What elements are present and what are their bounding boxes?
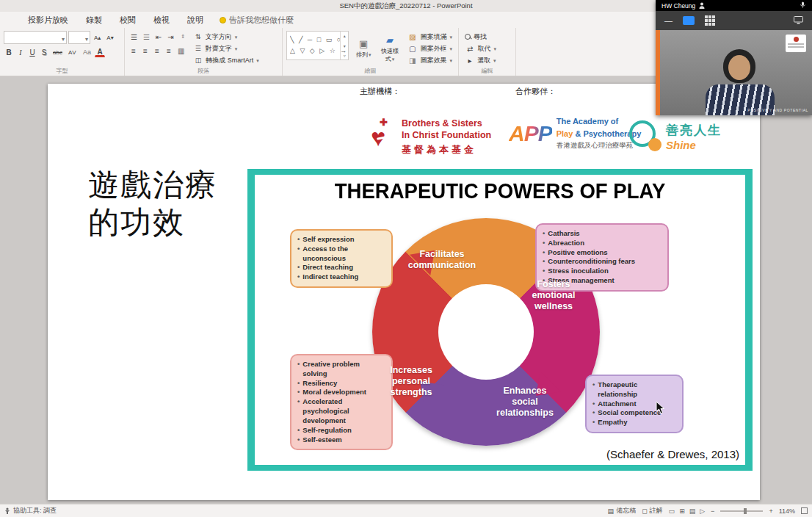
ribbon-tab[interactable]: 錄製 bbox=[77, 12, 111, 28]
normal-view-icon[interactable]: ▭ bbox=[669, 507, 675, 515]
shape-outline-icon bbox=[407, 43, 418, 54]
shape-outline-button[interactable]: 圖案外框 bbox=[405, 43, 454, 54]
zoom-out-button[interactable]: − bbox=[711, 507, 714, 515]
participant-name: HW Cheung bbox=[661, 2, 695, 10]
align-text-button[interactable]: 對齊文字 bbox=[191, 43, 261, 54]
video-call-overlay[interactable]: HW Cheung — POSITIVITY AND POTENTIAL bbox=[656, 0, 812, 115]
character-spacing-icon[interactable] bbox=[66, 46, 79, 58]
zoom-slider-thumb[interactable] bbox=[744, 508, 747, 514]
gallery-view-icon[interactable] bbox=[705, 15, 715, 26]
reading-view-icon[interactable]: ▤ bbox=[689, 507, 696, 515]
slideshow-view-icon[interactable]: ▷ bbox=[700, 507, 705, 515]
decrease-indent-icon[interactable] bbox=[153, 31, 164, 43]
shape-effects-icon bbox=[407, 54, 418, 66]
change-case-icon[interactable] bbox=[80, 46, 93, 58]
accessibility-status[interactable]: 協助工具: 調查 bbox=[13, 506, 57, 516]
participant-icon bbox=[699, 2, 705, 9]
replace-button[interactable]: 取代 bbox=[463, 43, 512, 54]
line-spacing-icon[interactable] bbox=[178, 31, 188, 43]
arrange-button[interactable]: 排列 bbox=[352, 31, 375, 66]
italic-icon[interactable] bbox=[15, 46, 26, 58]
align-text-icon bbox=[193, 43, 203, 54]
numbering-icon[interactable] bbox=[141, 31, 152, 43]
shine-logo-icon bbox=[629, 120, 661, 153]
ribbon-tab[interactable]: 說明 bbox=[178, 12, 212, 28]
shape-gallery[interactable]: ▴▾▿ bbox=[286, 31, 349, 60]
align-right-icon[interactable] bbox=[152, 45, 162, 57]
bullet-item: •Stress inoculation bbox=[543, 267, 661, 276]
fit-to-window-icon[interactable] bbox=[801, 507, 808, 514]
restore-window-button[interactable] bbox=[683, 16, 695, 25]
fosters-emotional-wellness-label: Fosters emotional wellness bbox=[510, 279, 598, 312]
bullets-icon[interactable] bbox=[128, 31, 139, 43]
bullet-item: •Catharsis bbox=[543, 229, 661, 239]
underline-icon[interactable] bbox=[27, 46, 37, 58]
convert-smartart-button[interactable]: 轉換成 SmartArt bbox=[191, 54, 261, 66]
zoom-slider[interactable] bbox=[720, 510, 763, 512]
screen-share-icon[interactable] bbox=[794, 16, 803, 24]
find-button[interactable]: 尋找 bbox=[463, 31, 512, 43]
shine-logo: 善亮人生 Shine bbox=[629, 120, 722, 153]
shape-effects-button[interactable]: 圖案效果 bbox=[405, 54, 454, 66]
comments-button[interactable]: 註解 bbox=[642, 506, 662, 516]
lightbulb-icon bbox=[220, 17, 226, 24]
justify-icon[interactable] bbox=[164, 45, 174, 57]
quick-styles-button[interactable]: 快速樣式 bbox=[378, 31, 402, 66]
backdrop-orange-stripe bbox=[656, 30, 660, 115]
ribbon-tab[interactable]: 投影片放映 bbox=[19, 12, 77, 28]
ribbon-tab[interactable]: 校閱 bbox=[111, 12, 145, 28]
shape-gallery-scroll[interactable]: ▴▾▿ bbox=[340, 32, 348, 59]
bullet-item: •Direct teaching bbox=[297, 263, 385, 272]
font-name-combo[interactable] bbox=[4, 31, 67, 44]
zoom-in-button[interactable]: + bbox=[769, 507, 772, 515]
mic-icon[interactable] bbox=[800, 1, 806, 8]
tell-me-label: 告訴我您想做什麼 bbox=[229, 15, 294, 26]
enhances-social-relationships-label: Enhances social relationships bbox=[481, 386, 569, 419]
replace-icon bbox=[465, 43, 475, 54]
slide-side-title: 遊戲治療 的功效 bbox=[88, 166, 217, 241]
shrink-font-icon[interactable] bbox=[104, 32, 115, 43]
ribbon-tabs: 投影片放映錄製校閱檢視說明 bbox=[19, 12, 212, 28]
align-left-icon[interactable] bbox=[128, 45, 139, 57]
font-color-icon[interactable] bbox=[95, 47, 105, 57]
editing-group-label: 編輯 bbox=[459, 67, 515, 75]
bullet-item: •Indirect teaching bbox=[297, 272, 385, 282]
app-logo-icon: APP bbox=[509, 121, 552, 146]
grow-font-icon[interactable] bbox=[92, 32, 103, 43]
quick-styles-icon bbox=[386, 35, 394, 46]
text-shadow-icon[interactable] bbox=[39, 46, 49, 58]
align-center-icon[interactable] bbox=[140, 45, 151, 57]
paragraph-group-label: 段落 bbox=[125, 67, 282, 75]
font-size-combo[interactable] bbox=[68, 31, 90, 44]
columns-icon[interactable] bbox=[175, 45, 186, 57]
slide[interactable]: 主辦機構： 合作夥伴： ✚ ♥ Brothers & Sisters In Ch… bbox=[48, 84, 760, 500]
slide-sorter-view-icon[interactable]: ⊞ bbox=[679, 507, 685, 515]
bullet-item: •Therapeutic relationship bbox=[592, 380, 676, 400]
minimize-button[interactable]: — bbox=[664, 17, 673, 25]
shape-fill-button[interactable]: 圖案填滿 bbox=[405, 31, 454, 43]
zoom-level[interactable]: 114% bbox=[779, 507, 795, 515]
therapeutic-powers-diagram: THERAPEUTIC POWERS OF PLAY Facilitates c… bbox=[247, 169, 753, 471]
bold-icon[interactable] bbox=[4, 46, 14, 58]
slide-canvas[interactable]: 主辦機構： 合作夥伴： ✚ ♥ Brothers & Sisters In Ch… bbox=[0, 76, 812, 504]
paragraph-group: 文字方向 對齊文字 轉換成 SmartArt 段落 bbox=[125, 28, 283, 76]
find-icon bbox=[465, 34, 471, 40]
backdrop-caption: POSITIVITY AND POTENTIAL bbox=[747, 108, 808, 112]
facilitates-items-box: •Self expression•Access to the unconscio… bbox=[290, 229, 393, 288]
notes-button[interactable]: 備忘稿 bbox=[608, 506, 637, 516]
smartart-icon bbox=[193, 54, 204, 66]
increase-indent-icon[interactable] bbox=[165, 31, 175, 43]
editing-group: 尋找 取代 選取 編輯 bbox=[459, 28, 516, 76]
ribbon-tab[interactable]: 檢視 bbox=[145, 12, 178, 28]
text-direction-button[interactable]: 文字方向 bbox=[191, 31, 261, 43]
app-logo: APP The Academy of Play & Psychotherapy … bbox=[509, 116, 641, 151]
tell-me-box[interactable]: 告訴我您想做什麼 bbox=[212, 12, 301, 28]
bsc-logo: ✚ ♥ Brothers & Sisters In Christ Foundat… bbox=[369, 118, 491, 157]
diagram-title: THERAPEUTIC POWERS OF PLAY bbox=[267, 175, 733, 207]
text-direction-icon bbox=[193, 31, 203, 43]
strikethrough-icon[interactable] bbox=[51, 46, 65, 58]
bullet-item: •Abreaction bbox=[543, 239, 661, 248]
overlay-window-controls: — bbox=[656, 11, 812, 30]
arrange-icon bbox=[359, 38, 368, 49]
select-button[interactable]: 選取 bbox=[463, 54, 512, 66]
